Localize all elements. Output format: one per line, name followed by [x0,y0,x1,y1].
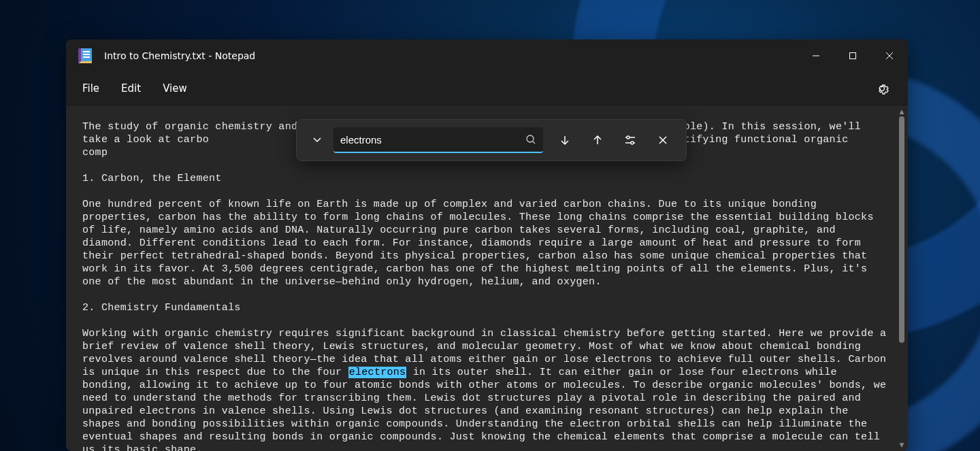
minimize-button[interactable] [798,39,834,72]
settings-button[interactable] [870,76,894,101]
close-button[interactable] [871,39,908,72]
sliders-icon [624,134,636,146]
find-bar [296,119,687,161]
scroll-down-arrow[interactable]: ▼ [897,440,906,450]
scroll-track[interactable] [897,116,906,440]
search-icon [525,134,536,145]
chevron-down-icon [312,135,322,145]
notepad-window: Intro to Chemistry.txt - Notepad File Ed… [66,39,908,451]
close-icon [658,135,668,145]
menu-edit[interactable]: Edit [110,76,152,101]
svg-point-4 [527,135,534,142]
vertical-scrollbar[interactable]: ▲ ▼ [897,107,906,450]
titlebar[interactable]: Intro to Chemistry.txt - Notepad [66,39,908,72]
svg-rect-1 [850,53,856,59]
search-highlight: electrons [348,367,407,378]
find-options-button[interactable] [614,127,647,154]
find-input-container [333,127,543,153]
find-input[interactable] [340,134,525,146]
menu-view[interactable]: View [152,76,198,101]
find-close-button[interactable] [647,127,679,154]
svg-point-7 [627,136,630,139]
svg-line-5 [533,141,535,144]
menu-file[interactable]: File [71,76,110,101]
find-next-button[interactable] [549,127,581,154]
maximize-button[interactable] [834,39,871,72]
window-title: Intro to Chemistry.txt - Notepad [104,50,255,61]
scroll-up-arrow[interactable]: ▲ [897,107,906,116]
svg-point-9 [631,141,634,144]
gear-icon [875,82,889,95]
menubar: File Edit View [66,72,908,105]
text-editor-area[interactable]: The study of organic chemistry and its r… [66,105,908,451]
scroll-thumb[interactable] [899,116,904,343]
notepad-app-icon [78,48,92,63]
find-expand-toggle[interactable] [304,127,331,154]
arrow-up-icon [591,134,604,146]
arrow-down-icon [559,134,571,146]
find-previous-button[interactable] [581,127,614,154]
